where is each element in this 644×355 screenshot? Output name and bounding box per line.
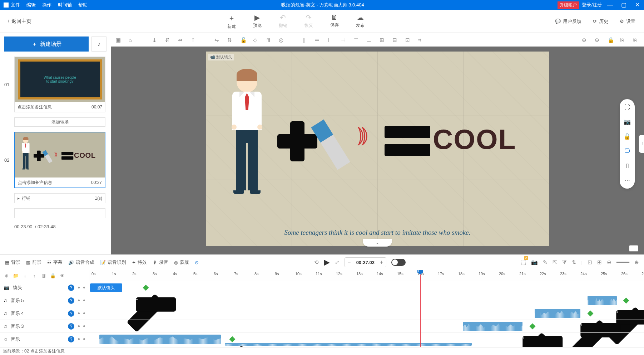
- zoom-slider-icon[interactable]: ━━━━: [616, 259, 629, 266]
- frame-icon[interactable]: ⊞: [597, 259, 602, 266]
- time-plus[interactable]: +: [377, 259, 386, 266]
- menu-help[interactable]: 帮助: [78, 2, 88, 8]
- time-minus[interactable]: −: [345, 259, 353, 266]
- camera-icon[interactable]: 📷: [624, 118, 631, 125]
- subtitle-button[interactable]: ☷字幕: [47, 259, 63, 266]
- lock2-icon[interactable]: 🔒: [608, 37, 613, 43]
- dist-h-icon[interactable]: ‖: [302, 37, 308, 43]
- side-handle[interactable]: 〈: [639, 135, 644, 153]
- track-music4[interactable]: [89, 307, 644, 320]
- phone-icon[interactable]: ▯: [626, 162, 629, 169]
- flip-h-icon[interactable]: ⇋: [214, 37, 220, 43]
- track-header-music5[interactable]: ♫音乐 5?: [0, 294, 89, 307]
- home-icon[interactable]: ⌂: [129, 37, 134, 43]
- asr-button[interactable]: 📝语音识别: [100, 259, 126, 266]
- dist2-icon[interactable]: ⊟: [392, 37, 398, 43]
- copy-icon[interactable]: ⎘: [620, 37, 626, 43]
- marker-icon[interactable]: ⊡: [588, 259, 592, 266]
- add-track-icon[interactable]: ⊕: [4, 273, 9, 278]
- login-button[interactable]: 登录/注册: [582, 2, 602, 8]
- snapshot-icon[interactable]: 📷: [531, 259, 538, 266]
- toggle-switch[interactable]: [391, 259, 406, 266]
- help-icon[interactable]: ?: [68, 285, 74, 291]
- play-row[interactable]: ▸行铺 1(s): [14, 193, 105, 203]
- audio-clip[interactable]: [535, 309, 580, 318]
- menu-action[interactable]: 操作: [42, 2, 51, 8]
- cool-text[interactable]: COOL: [433, 123, 516, 156]
- background-button[interactable]: ▦背景: [5, 259, 20, 266]
- more-icon[interactable]: ⋯: [624, 177, 630, 184]
- keyframe-icon[interactable]: ⬚: [521, 259, 526, 266]
- keyframe-add[interactable]: [588, 311, 594, 317]
- dist-v-icon[interactable]: ═: [315, 37, 321, 43]
- smoke-shape[interactable]: ⦆⦆: [357, 121, 365, 147]
- keyboard-button[interactable]: [629, 245, 638, 252]
- paste-icon[interactable]: ⎗: [633, 37, 639, 43]
- feedback-button[interactable]: 💬用户反馈: [555, 18, 581, 25]
- scene-item-02[interactable]: 02 ⦆⦆ COOL 点击添加备注信息00:27: [4, 132, 106, 188]
- keyframe-add[interactable]: [530, 324, 536, 330]
- track-header-music[interactable]: ♫音乐?: [0, 332, 89, 345]
- minimize-button[interactable]: —: [605, 0, 615, 10]
- rewind-icon[interactable]: ⟲: [314, 259, 319, 266]
- timeline-body[interactable]: 0s1s2s3s4s5s6s7s8s9s10s11s12s13s14s15s16…: [89, 270, 644, 347]
- extra-button[interactable]: ⊙: [195, 259, 199, 266]
- scene-note[interactable]: 点击添加备注信息: [18, 180, 52, 186]
- save-button[interactable]: 🗎保存: [330, 13, 339, 30]
- layer-icon[interactable]: ▣: [116, 37, 122, 43]
- man-illustration[interactable]: [227, 72, 267, 194]
- track-header-camera[interactable]: 📷镜头?: [0, 281, 89, 294]
- settings-button[interactable]: ⚙设置: [620, 18, 635, 25]
- help-icon[interactable]: ?: [68, 297, 74, 304]
- new-button[interactable]: ＋新建: [227, 13, 236, 30]
- sort-icon[interactable]: ⇅: [572, 259, 576, 266]
- help-icon[interactable]: ?: [68, 336, 74, 342]
- close-button[interactable]: ✕: [632, 0, 643, 10]
- keyframe-add[interactable]: [143, 285, 149, 291]
- monitor-icon[interactable]: 🖵: [624, 148, 630, 154]
- scene-thumb-01[interactable]: What causes people to start smoking?: [15, 57, 105, 102]
- mask-button[interactable]: ◎蒙版: [174, 259, 189, 266]
- delete-icon[interactable]: 🗑: [41, 273, 46, 278]
- tag-icon[interactable]: ◇: [253, 37, 259, 43]
- zoom-in-icon[interactable]: ⊕: [582, 37, 588, 43]
- minus-circle-icon[interactable]: ⊖: [607, 259, 611, 266]
- scene-item-01[interactable]: 01 What causes people to start smoking? …: [4, 57, 106, 112]
- maximize-button[interactable]: ▢: [618, 0, 629, 10]
- canvas[interactable]: 📹 默认镜头 ⦆⦆ COOL Some teenagers think it i…: [206, 52, 549, 246]
- foreground-button[interactable]: ▧前景: [26, 259, 41, 266]
- align-bottom-icon[interactable]: ⤓: [152, 37, 158, 43]
- history-button[interactable]: ⟳历史: [593, 18, 608, 25]
- publish-button[interactable]: ☁发布: [356, 13, 365, 30]
- scene-note[interactable]: 点击添加备注信息: [18, 104, 52, 110]
- eye-icon[interactable]: 👁: [59, 273, 65, 278]
- ruler[interactable]: 0s1s2s3s4s5s6s7s8s9s10s11s12s13s14s15s16…: [89, 270, 644, 281]
- filter-icon[interactable]: ⧩: [562, 259, 567, 266]
- undo-button[interactable]: ↶撤销: [279, 13, 287, 30]
- lock-icon[interactable]: 🔒: [50, 273, 56, 278]
- folder-icon[interactable]: 📁: [13, 273, 19, 278]
- preview-button[interactable]: ▶预览: [253, 13, 262, 30]
- align-r-icon[interactable]: ⊤: [354, 37, 360, 43]
- play-button[interactable]: ▶: [324, 258, 330, 267]
- record-button[interactable]: 🎙录音: [153, 259, 168, 266]
- snap-icon[interactable]: ⌗: [418, 37, 424, 43]
- zoom-out-icon[interactable]: ⊖: [595, 37, 600, 43]
- help-icon[interactable]: ?: [68, 323, 74, 330]
- align-middle-icon[interactable]: ⇵: [165, 37, 171, 43]
- plus-circle-icon[interactable]: ⊕: [634, 259, 639, 266]
- audio-clip-long[interactable]: [225, 343, 472, 346]
- menu-timeline[interactable]: 时间轴: [58, 2, 72, 8]
- menu-file[interactable]: 文件: [11, 2, 20, 8]
- align-top-icon[interactable]: ⤒: [191, 37, 197, 43]
- track-header-music3[interactable]: ♫音乐 3?: [0, 320, 89, 332]
- unlock-icon[interactable]: 🔓: [624, 133, 631, 140]
- equals-shape[interactable]: [385, 126, 430, 162]
- down-icon[interactable]: ↓: [22, 273, 28, 278]
- music-button[interactable]: ♪: [91, 37, 106, 52]
- export-icon[interactable]: ⇱: [553, 259, 557, 266]
- upgrade-button[interactable]: 升级账户: [558, 1, 579, 9]
- menu-edit[interactable]: 编辑: [26, 2, 36, 8]
- align-center-icon[interactable]: ⇔: [178, 37, 184, 43]
- track-music[interactable]: [89, 332, 644, 345]
